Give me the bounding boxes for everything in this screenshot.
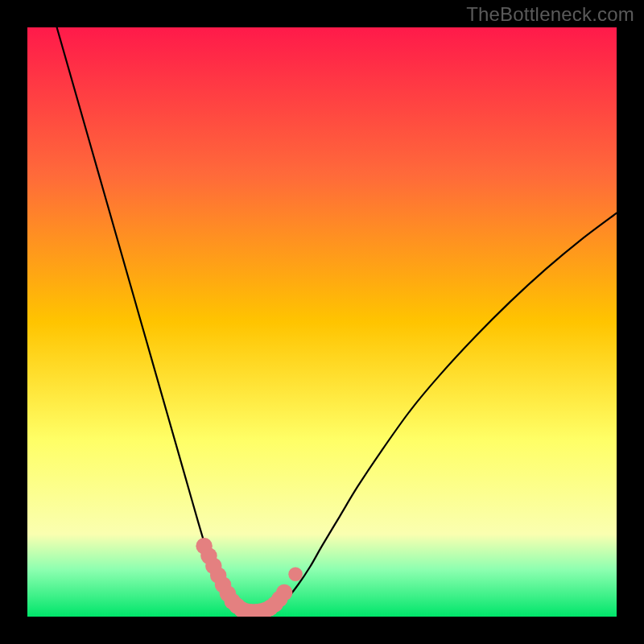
chart-frame: TheBottleneck.com xyxy=(0,0,644,644)
bottleneck-curve-chart xyxy=(0,0,644,644)
plot-background xyxy=(27,27,617,617)
highlight-dot xyxy=(276,584,292,601)
watermark-text: TheBottleneck.com xyxy=(466,3,634,26)
highlight-dot xyxy=(288,568,303,582)
